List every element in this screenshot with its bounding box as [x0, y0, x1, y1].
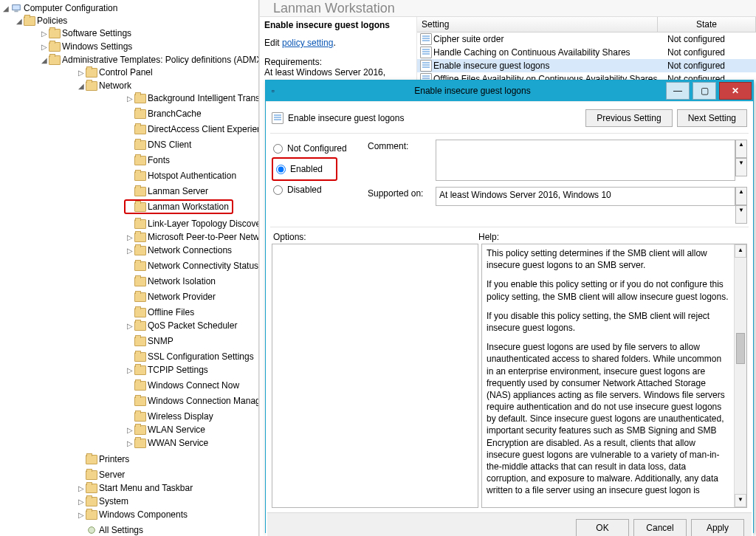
- tree-computer-configuration[interactable]: ◢ Computer Configuration: [1, 2, 117, 14]
- setting-icon: [420, 47, 432, 58]
- help-panel: This policy setting determines if the SM…: [481, 244, 747, 508]
- help-paragraph: If you enable this policy setting or if …: [487, 278, 729, 302]
- tree-network-item[interactable]: Wireless Display: [126, 410, 213, 422]
- help-paragraph: Insecure guest logons are used by file s…: [487, 341, 729, 496]
- comment-field[interactable]: [436, 140, 735, 181]
- minimize-button[interactable]: —: [666, 82, 690, 100]
- radio-enabled[interactable]: Enabled: [275, 160, 323, 178]
- tree-network-item[interactable]: Network Isolation: [126, 275, 216, 287]
- dialog-heading: Enable insecure guest logons: [288, 113, 404, 123]
- tree-network-item[interactable]: ▷Microsoft Peer-to-Peer Networking Servi…: [126, 231, 259, 243]
- tree-network-item[interactable]: SSL Configuration Settings: [126, 351, 254, 363]
- help-label: Help:: [478, 232, 499, 242]
- table-row[interactable]: Cipher suite orderNot configured: [417, 32, 756, 46]
- options-panel: [272, 244, 478, 508]
- close-button[interactable]: ✕: [719, 82, 752, 100]
- tree-start-menu[interactable]: ▷Start Menu and Taskbar: [77, 482, 193, 494]
- scroll-down-icon[interactable]: ▼: [735, 494, 746, 507]
- dialog-title: Enable insecure guest logons: [281, 86, 664, 96]
- tree-network-item[interactable]: ▷TCPIP Settings: [126, 364, 208, 376]
- comment-spin-up[interactable]: ▲: [735, 140, 747, 158]
- comment-spin-down[interactable]: ▼: [735, 158, 747, 176]
- tree-network-item[interactable]: Link-Layer Topology Discovery: [126, 218, 259, 230]
- tree-network-item[interactable]: ▷QoS Packet Scheduler: [126, 320, 237, 331]
- tree-policies[interactable]: ◢Policies: [15, 15, 67, 27]
- scroll-thumb[interactable]: [736, 333, 745, 364]
- tree-network-item[interactable]: BranchCache: [126, 108, 202, 120]
- tree-network-item[interactable]: Lanman Workstation: [124, 199, 233, 214]
- tree-network-item[interactable]: SNMP: [126, 335, 173, 347]
- options-label: Options:: [273, 232, 478, 242]
- page-heading: Lanman Workstation: [260, 0, 756, 17]
- tree-network-item[interactable]: ▷Network Connections: [126, 244, 232, 256]
- selected-policy-title: Enable insecure guest logons: [264, 20, 390, 30]
- ok-button[interactable]: OK: [576, 519, 629, 536]
- next-setting-button[interactable]: Next Setting: [677, 109, 747, 127]
- tree-network-item[interactable]: ▷Background Intelligent Transfer Service…: [126, 92, 259, 104]
- tree-network-item[interactable]: DNS Client: [126, 139, 191, 151]
- dialog-titlebar[interactable]: ▫ Enable insecure guest logons — ▢ ✕: [266, 80, 753, 101]
- table-row[interactable]: Handle Caching on Continuous Availabilit…: [417, 46, 756, 59]
- help-scrollbar[interactable]: ▲ ▼: [734, 244, 746, 507]
- table-row[interactable]: Enable insecure guest logonsNot configur…: [417, 59, 756, 72]
- tree-system[interactable]: ▷System: [77, 495, 128, 507]
- requirements-label: Requirements:: [264, 57, 412, 67]
- column-setting[interactable]: Setting: [417, 17, 658, 32]
- policy-dialog: ▫ Enable insecure guest logons — ▢ ✕ Ena…: [265, 80, 754, 533]
- tree-network[interactable]: ◢Network: [77, 80, 131, 92]
- dialog-icon: ▫: [266, 86, 281, 96]
- svg-point-2: [89, 527, 95, 534]
- supported-spin-down[interactable]: ▼: [735, 205, 747, 224]
- setting-icon: [420, 60, 432, 72]
- tree-windows-settings[interactable]: ▷Windows Settings: [40, 41, 132, 52]
- help-paragraph: This policy setting determines if the SM…: [487, 247, 729, 271]
- tree-software-settings[interactable]: ▷Software Settings: [40, 27, 131, 39]
- tree-network-item[interactable]: Network Connectivity Status Indicator: [126, 260, 259, 272]
- tree-network-item[interactable]: Offline Files: [126, 306, 194, 318]
- supported-field: At least Windows Server 2016, Windows 10: [436, 187, 735, 206]
- scroll-up-icon[interactable]: ▲: [735, 244, 746, 258]
- apply-button[interactable]: Apply: [691, 519, 744, 536]
- navigation-tree[interactable]: ◢ Computer Configuration ◢Policies ▷Soft…: [0, 0, 259, 536]
- tree-control-panel[interactable]: ▷Control Panel: [77, 66, 153, 78]
- tree-server[interactable]: Server: [77, 469, 125, 481]
- tree-windows-components[interactable]: ▷Windows Components: [77, 509, 188, 520]
- supported-label: Supported on:: [368, 187, 436, 199]
- maximize-button[interactable]: ▢: [693, 82, 716, 100]
- setting-icon: [420, 33, 432, 45]
- tree-all-settings[interactable]: All Settings: [77, 524, 143, 536]
- policy-icon: [272, 112, 284, 124]
- computer-icon: [10, 3, 22, 13]
- tree-network-item[interactable]: ▷WWAN Service: [126, 437, 208, 449]
- tree-network-item[interactable]: ▷WLAN Service: [126, 424, 205, 436]
- comment-label: Comment:: [368, 140, 436, 151]
- tree-network-item[interactable]: Windows Connection Manager: [126, 395, 259, 407]
- tree-printers[interactable]: Printers: [77, 453, 129, 465]
- radio-not-configured[interactable]: Not Configured: [272, 140, 368, 157]
- requirements-text: At least Windows Server 2016,: [264, 67, 412, 78]
- radio-disabled[interactable]: Disabled: [272, 181, 368, 199]
- settings-icon: [86, 525, 97, 535]
- tree-label: Computer Configuration: [24, 3, 117, 13]
- svg-rect-0: [13, 5, 21, 10]
- help-paragraph: If you disable this policy setting, the …: [487, 310, 729, 334]
- column-state[interactable]: State: [658, 17, 756, 32]
- previous-setting-button[interactable]: Previous Setting: [585, 109, 672, 127]
- cancel-button[interactable]: Cancel: [633, 519, 687, 536]
- svg-rect-1: [14, 11, 18, 13]
- tree-network-item[interactable]: DirectAccess Client Experience Settings: [126, 123, 259, 135]
- tree-network-item[interactable]: Fonts: [126, 154, 170, 166]
- tree-network-item[interactable]: Lanman Server: [126, 185, 208, 197]
- edit-policy-link[interactable]: policy setting: [282, 38, 333, 48]
- tree-admin-templates[interactable]: ◢Administrative Templates: Policy defini…: [40, 54, 259, 66]
- tree-network-item[interactable]: Hotspot Authentication: [126, 170, 236, 182]
- tree-network-item[interactable]: Windows Connect Now: [126, 379, 239, 391]
- supported-spin-up[interactable]: ▲: [735, 187, 747, 205]
- tree-network-item[interactable]: Network Provider: [126, 291, 216, 303]
